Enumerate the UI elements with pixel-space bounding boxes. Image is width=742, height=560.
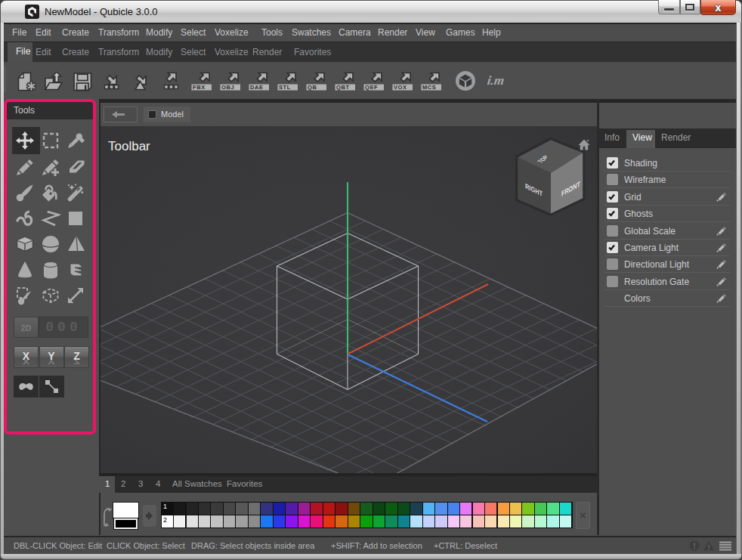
svg-text:FBX: FBX	[193, 84, 206, 91]
svg-text:DAE: DAE	[250, 84, 264, 91]
svg-text:STL: STL	[279, 84, 291, 91]
svg-text:QBT: QBT	[336, 84, 350, 91]
svg-text:QEF: QEF	[365, 84, 378, 91]
svg-text:OBJ: OBJ	[221, 84, 234, 91]
svg-text:VOX: VOX	[394, 84, 407, 91]
svg-text:Toolbar: Toolbar	[108, 139, 150, 153]
svg-text:MCS: MCS	[422, 84, 436, 91]
svg-text:QB: QB	[308, 84, 317, 91]
